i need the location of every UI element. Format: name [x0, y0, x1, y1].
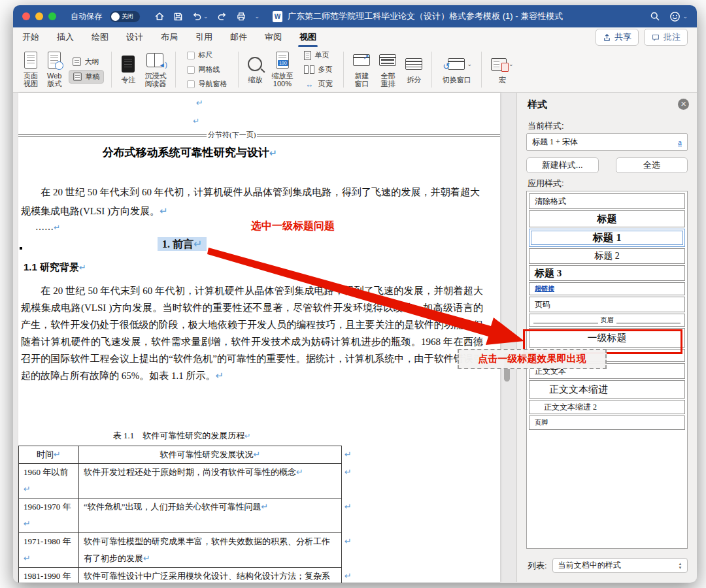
- tab-draw[interactable]: 绘图: [92, 28, 109, 47]
- feedback-smiley-icon[interactable]: [669, 11, 681, 22]
- window-title: 广东第二师范学院理工科毕业论文（设计）格式参考模板 (1) - 兼容性模式: [288, 10, 563, 22]
- ribbon-toolbar: 页面 视图 Web 版式 大纲 草稿 专注: [13, 47, 697, 93]
- smiley-dropdown-chevron[interactable]: ⌄: [682, 13, 688, 20]
- page-width-button[interactable]: ↔ 页宽: [300, 78, 336, 90]
- main-area: ↵ ↵ 分节符(下一页) 分布式移动系统可靠性研究与设计↵ 在 20 世纪 50…: [13, 93, 697, 582]
- ruler-checkbox[interactable]: 标尺: [183, 49, 231, 61]
- outline-view-button[interactable]: 大纲: [69, 56, 104, 68]
- undo-icon[interactable]: [192, 12, 202, 22]
- split-button[interactable]: 拆分: [401, 52, 427, 88]
- multi-page-icon: [304, 65, 314, 74]
- toolbar-overflow-chevron[interactable]: ⌄: [255, 13, 260, 20]
- switch-window-chevron: ⌄: [467, 61, 472, 67]
- apply-style-label: 应用样式:: [528, 178, 564, 189]
- tab-insert[interactable]: 插入: [57, 28, 74, 47]
- current-style-box[interactable]: 标题 1 + 宋体 a: [526, 133, 688, 151]
- single-page-button[interactable]: 单页: [300, 49, 336, 61]
- style-item-heading-1[interactable]: 标题 1: [529, 229, 685, 247]
- minimize-window-button[interactable]: [35, 12, 43, 20]
- checkbox-icon: [187, 66, 195, 74]
- new-window-icon: ↗: [353, 54, 370, 66]
- tab-view[interactable]: 视图: [299, 28, 316, 47]
- style-square-marker: [20, 247, 22, 250]
- web-layout-icon: [48, 52, 61, 69]
- style-item-body-indent-2[interactable]: 正文文本缩进 2: [529, 400, 685, 414]
- style-item-header[interactable]: 页眉: [529, 314, 685, 327]
- section-break-label: 分节符(下一页): [207, 130, 257, 140]
- tab-design[interactable]: 设计: [126, 28, 143, 47]
- new-style-button[interactable]: 新建样式...: [526, 157, 599, 173]
- draft-view-button[interactable]: 草稿: [69, 70, 104, 84]
- style-item-title[interactable]: 标题: [529, 210, 685, 227]
- print-icon[interactable]: [236, 12, 246, 22]
- share-button[interactable]: 共享: [596, 29, 639, 46]
- style-list-value: 当前文档中的样式: [558, 560, 621, 571]
- word-doc-icon: W: [273, 11, 282, 22]
- tab-references[interactable]: 引用: [195, 28, 212, 47]
- ribbon-tab-bar: 开始 插入 绘图 设计 布局 引用 邮件 审阅 视图 共享 批注: [13, 27, 697, 47]
- char-style-badge: a: [678, 137, 682, 148]
- close-icon[interactable]: ✕: [678, 99, 689, 110]
- home-icon[interactable]: [154, 11, 165, 22]
- arrange-all-icon: [379, 54, 396, 66]
- multi-page-button[interactable]: 多页: [300, 63, 336, 76]
- arrange-all-button[interactable]: 全部 重排: [375, 48, 401, 91]
- style-item-hyperlink[interactable]: 超链接: [529, 282, 685, 295]
- zoom-window-button[interactable]: [48, 12, 56, 20]
- save-icon[interactable]: [173, 12, 183, 22]
- macro-button[interactable]: ⌄ 宏: [486, 52, 518, 88]
- autosave-label: 自动保存: [71, 11, 102, 22]
- search-icon[interactable]: [650, 11, 660, 22]
- document-page[interactable]: ↵ ↵ 分节符(下一页) 分布式移动系统可靠性研究与设计↵ 在 20 世纪 50…: [18, 93, 500, 582]
- style-item-body-indent[interactable]: 正文文本缩进: [529, 380, 685, 399]
- table-row: 1960 年以前↵ 软件开发过程还处于原始时期，尚没有软件可靠性的概念↵ ↵: [19, 464, 352, 498]
- table-row: 1960-1970 年↵ “软件危机”出现，人们开始关心软件可靠性问题↵ ↵: [19, 498, 352, 533]
- gridlines-checkbox[interactable]: 网格线: [183, 63, 231, 76]
- table-row: 1971-1980 年↵ 软件可靠性模型的研究成果丰富，软件失效数据的积累、分析…: [19, 533, 352, 568]
- paragraph-1: 在 20 世纪 50 年代末到 60 年代初，计算机硬件从晶体管到集成电路，得到…: [21, 183, 480, 221]
- current-style-label: 当前样式:: [528, 120, 564, 132]
- tab-home[interactable]: 开始: [22, 28, 39, 47]
- tab-mailings[interactable]: 邮件: [230, 28, 247, 47]
- table-caption: 表 1.1 软件可靠性研究的发展历程↵: [18, 430, 345, 442]
- comment-icon: [651, 33, 660, 42]
- nav-pane-checkbox[interactable]: 导航窗格: [183, 78, 231, 90]
- style-item-heading-3[interactable]: 标题 3: [529, 265, 685, 281]
- styles-panel-title: 样式: [528, 99, 547, 111]
- redo-icon[interactable]: [217, 12, 227, 22]
- split-icon: [405, 58, 422, 70]
- selected-heading[interactable]: 1. 前言↵: [158, 238, 207, 252]
- tab-layout[interactable]: 布局: [161, 28, 178, 47]
- annotation-select-note: 选中一级标题问题: [200, 220, 386, 233]
- checkbox-icon: [187, 80, 195, 88]
- style-item-page-number[interactable]: 页码: [529, 297, 685, 312]
- reliability-history-table: 时间↵ 软件可靠性研究发展状况↵ ↵ 1960 年以前↵ 软件开发过程还处于原始…: [18, 446, 352, 583]
- immersive-reader-icon: ◄): [146, 53, 165, 67]
- current-style-value: 标题 1 + 宋体: [532, 137, 578, 148]
- switch-window-button[interactable]: ↺ ⌄ 切换窗口: [437, 52, 477, 88]
- style-list-dropdown[interactable]: 当前文档中的样式 ▲▼: [552, 558, 688, 573]
- immersive-reader-button[interactable]: ◄) 沉浸式 阅读器: [140, 48, 171, 91]
- document-title: 分布式移动系统可靠性研究与设计↵: [18, 145, 361, 160]
- style-item-clear-format[interactable]: 清除格式: [529, 193, 685, 209]
- focus-button[interactable]: 专注: [116, 52, 140, 88]
- word-window: 自动保存 关闭 ⌄ ⌄ W 广东第二师范学院理工科毕业论文（设计）格式参考模板 …: [13, 5, 697, 583]
- style-item-heading-2[interactable]: 标题 2: [529, 248, 685, 264]
- traffic-lights: [22, 12, 56, 20]
- web-layout-button[interactable]: Web 版式: [42, 48, 66, 91]
- undo-dropdown-chevron[interactable]: ⌄: [203, 13, 209, 20]
- page-view-button[interactable]: 页面 视图: [19, 48, 42, 91]
- style-item-footer[interactable]: 页脚: [529, 416, 685, 430]
- tab-review[interactable]: 审阅: [265, 28, 282, 47]
- autosave-toggle[interactable]: 关闭: [110, 11, 140, 22]
- select-all-button[interactable]: 全选: [616, 157, 688, 173]
- comments-button[interactable]: 批注: [644, 29, 688, 46]
- zoom-button[interactable]: 缩放: [243, 52, 267, 88]
- draft-icon: [73, 73, 82, 81]
- zoom-100-button[interactable]: 100 缩放至 100%: [267, 48, 297, 91]
- paragraph-mark: ↵: [196, 98, 203, 108]
- new-window-button[interactable]: ↗ 新建 窗口: [348, 48, 375, 91]
- close-window-button[interactable]: [22, 12, 30, 20]
- ellipsis-line: ……↵: [35, 222, 60, 233]
- outline-icon: [73, 57, 81, 66]
